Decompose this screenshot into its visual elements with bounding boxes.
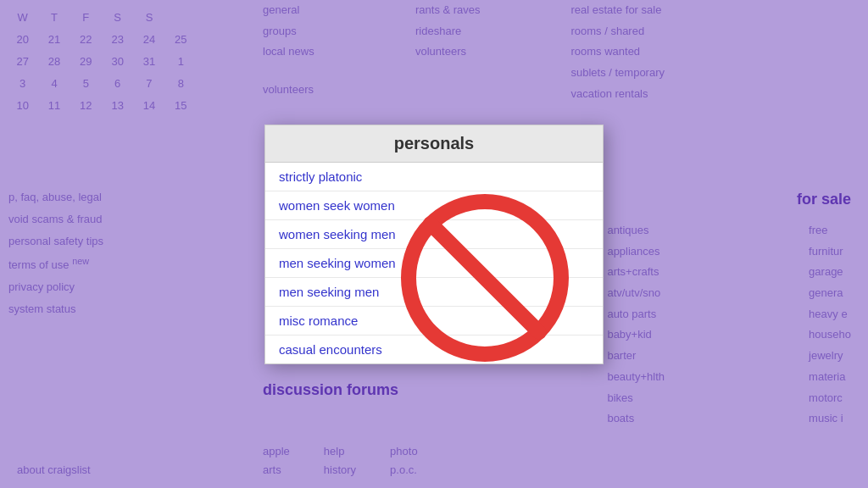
bg-forsale-col1: antiques appliances arts+crafts atv/utv/… (607, 220, 665, 430)
men-seeking-women-link[interactable]: men seeking women (265, 249, 603, 278)
modal-title: personals (279, 134, 589, 153)
bg-about: about craigslist (17, 461, 91, 480)
women-seeking-men-link[interactable]: women seeking men (265, 220, 603, 249)
bg-forum-links: apple arts help history photo p.o.c. (263, 442, 418, 480)
bg-left-links: p, faq, abuse, legal void scams & fraud … (8, 186, 103, 320)
bg-discussion-label: discussion forums (263, 377, 398, 403)
modal-header: personals (265, 125, 603, 163)
bg-link: terms of use new (8, 252, 103, 276)
bg-link: void scams & fraud (8, 208, 103, 230)
men-seeking-men-link[interactable]: men seeking men (265, 278, 603, 307)
casual-encounters-link[interactable]: casual encounters (265, 336, 603, 363)
bg-center-col2: rants & raves rideshare volunteers (415, 0, 481, 63)
bg-forsale-label: for sale (797, 186, 851, 213)
bg-link: personal safety tips (8, 230, 103, 252)
bg-right-col1: real estate for sale rooms / shared room… (570, 0, 665, 104)
bg-center-col1: general groups local news volunteers (263, 0, 314, 101)
misc-romance-link[interactable]: misc romance (265, 307, 603, 336)
bg-link: system status (8, 298, 103, 320)
bg-link: privacy policy (8, 276, 103, 298)
strictly-platonic-link[interactable]: strictly platonic (265, 163, 603, 191)
bg-calendar: WTFSS 202122232425 27282930311 345678 10… (0, 0, 203, 124)
bg-forsale-col2: free furnitur garage genera heavy e hous… (809, 220, 851, 430)
modal-body: strictly platonic women seek women women… (265, 163, 603, 363)
bg-link: p, faq, abuse, legal (8, 186, 103, 208)
personals-modal: personals strictly platonic women seek w… (264, 125, 604, 364)
women-seek-women-link[interactable]: women seek women (265, 191, 603, 220)
